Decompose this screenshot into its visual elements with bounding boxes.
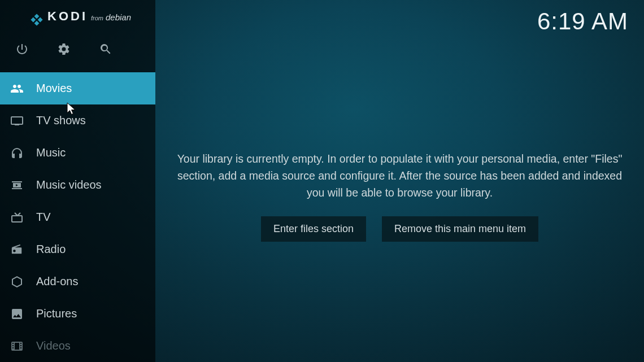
main-nav: MoviesTV showsMusicMusic videosTVRadioAd… xyxy=(0,66,155,362)
remove-menu-item-button[interactable]: Remove this main menu item xyxy=(382,216,538,242)
tv-icon xyxy=(9,113,25,129)
svg-rect-2 xyxy=(31,18,36,23)
brand-from: from xyxy=(91,15,103,21)
sidebar-item-tvshows[interactable]: TV shows xyxy=(0,104,155,137)
brand-distro: debian xyxy=(106,12,131,22)
kodi-logo-icon xyxy=(28,11,45,30)
sidebar-item-label: Pictures xyxy=(36,307,77,320)
app-root: KODI from debian MoviesTV showsMusicMusi… xyxy=(0,0,644,362)
sidebar-item-label: Add-ons xyxy=(36,275,79,288)
brand-name: KODI xyxy=(47,9,88,24)
gear-icon[interactable] xyxy=(56,42,71,56)
sidebar-item-label: Movies xyxy=(36,82,72,95)
livetv-icon xyxy=(9,210,25,225)
sidebar-item-movies[interactable]: Movies xyxy=(0,72,155,104)
videos-icon xyxy=(9,338,25,354)
clock: 6:19 AM xyxy=(537,8,628,35)
sidebar: KODI from debian MoviesTV showsMusicMusi… xyxy=(0,0,155,362)
svg-rect-0 xyxy=(34,14,40,19)
sidebar-toolbar xyxy=(0,33,155,66)
sidebar-item-label: Videos xyxy=(36,339,71,352)
sidebar-item-label: TV shows xyxy=(36,114,86,127)
power-icon[interactable] xyxy=(15,42,29,56)
sidebar-item-label: TV xyxy=(36,211,51,224)
empty-library-panel: Your library is currently empty. In orde… xyxy=(176,150,624,242)
radio-icon xyxy=(9,242,25,258)
sidebar-item-tv[interactable]: TV xyxy=(0,201,155,233)
search-icon[interactable] xyxy=(98,42,113,56)
sidebar-item-label: Radio xyxy=(36,243,66,256)
sidebar-item-musicvideos[interactable]: Music videos xyxy=(0,169,155,201)
action-row: Enter files section Remove this main men… xyxy=(176,216,624,242)
sidebar-item-addons[interactable]: Add-ons xyxy=(0,265,155,298)
sidebar-item-label: Music videos xyxy=(36,178,102,191)
music-video-icon xyxy=(9,177,25,193)
svg-rect-3 xyxy=(34,21,40,26)
main-panel: 6:19 AM Your library is currently empty.… xyxy=(155,0,644,362)
sidebar-item-music[interactable]: Music xyxy=(0,137,155,169)
sidebar-item-videos[interactable]: Videos xyxy=(0,330,155,362)
sidebar-item-radio[interactable]: Radio xyxy=(0,233,155,265)
pictures-icon xyxy=(9,306,25,322)
sidebar-item-label: Music xyxy=(36,146,66,159)
addons-icon xyxy=(9,274,25,290)
empty-library-message: Your library is currently empty. In orde… xyxy=(176,150,624,202)
svg-rect-1 xyxy=(38,18,43,23)
sidebar-item-pictures[interactable]: Pictures xyxy=(0,298,155,330)
brand-header: KODI from debian xyxy=(0,0,155,33)
enter-files-button[interactable]: Enter files section xyxy=(261,216,366,242)
movies-icon xyxy=(9,81,25,97)
headphones-icon xyxy=(9,145,25,161)
